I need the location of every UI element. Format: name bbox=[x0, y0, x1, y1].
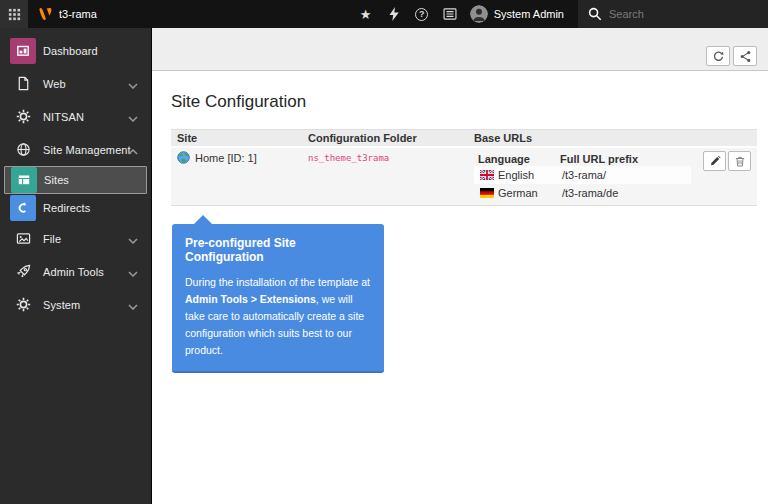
topbar-search bbox=[578, 0, 768, 28]
sidebar-label-redirects: Redirects bbox=[43, 202, 90, 214]
web-document-icon bbox=[10, 71, 36, 97]
language-row-german: German /t3-rama/de bbox=[474, 184, 691, 202]
sidebar-item-web[interactable]: Web bbox=[0, 67, 151, 100]
clear-cache-bolt-icon[interactable] bbox=[380, 0, 408, 28]
col-header-config-folder: Configuration Folder bbox=[302, 130, 468, 148]
sidebar-item-sites[interactable]: Sites bbox=[4, 166, 147, 194]
redirects-icon bbox=[10, 195, 36, 221]
backend-log-icon[interactable] bbox=[436, 0, 464, 28]
chevron-down-icon bbox=[128, 296, 138, 314]
sidebar-item-dashboard[interactable]: Dashboard bbox=[0, 34, 151, 67]
grid-dots-icon bbox=[7, 7, 22, 22]
chevron-down-icon bbox=[128, 75, 138, 93]
user-name[interactable]: System Admin bbox=[494, 8, 564, 20]
search-icon bbox=[588, 7, 602, 21]
sidebar-label-site-management: Site Management bbox=[43, 144, 131, 156]
user-avatar[interactable] bbox=[470, 5, 488, 23]
pencil-icon bbox=[709, 155, 721, 167]
rocket-icon bbox=[10, 259, 36, 285]
info-tooltip: Pre-configured Site Configuration During… bbox=[172, 224, 384, 373]
search-input[interactable] bbox=[609, 8, 749, 20]
module-content: Site Configuration Site Configuration Fo… bbox=[152, 28, 768, 504]
col-header-language: Language bbox=[474, 151, 556, 166]
sidebar-item-redirects[interactable]: Redirects bbox=[0, 194, 151, 222]
sidebar-label-dashboard: Dashboard bbox=[43, 45, 98, 57]
sidebar-label-system: System bbox=[43, 299, 80, 311]
file-image-icon bbox=[10, 226, 36, 252]
sidebar-label-nitsan: NITSAN bbox=[43, 111, 84, 123]
sidebar-label-web: Web bbox=[43, 78, 66, 90]
module-menu: Dashboard Web bbox=[0, 28, 152, 504]
share-button[interactable] bbox=[733, 46, 757, 66]
sidebar-label-file: File bbox=[43, 233, 61, 245]
chevron-up-icon bbox=[128, 141, 138, 159]
sidebar-label-admin-tools: Admin Tools bbox=[43, 266, 104, 278]
sidebar-item-admin-tools[interactable]: Admin Tools bbox=[0, 255, 151, 288]
page-title: Site Configuration bbox=[171, 92, 757, 112]
modules-grid-icon[interactable] bbox=[0, 0, 28, 28]
chevron-down-icon bbox=[128, 263, 138, 281]
top-bar: t3-rama ★ ? System Admin bbox=[0, 0, 768, 28]
sites-icon bbox=[11, 167, 37, 193]
tooltip-title: Pre-configured Site Configuration bbox=[185, 236, 371, 264]
site-configuration-table: Site Configuration Folder Base URLs bbox=[171, 129, 757, 206]
nitsan-gear-icon bbox=[10, 104, 36, 130]
sidebar-item-file[interactable]: File bbox=[0, 222, 151, 255]
flag-de-icon bbox=[480, 188, 494, 198]
url-prefix: /t3-rama/de bbox=[556, 184, 691, 202]
sidebar-item-system[interactable]: System bbox=[0, 288, 151, 321]
refresh-icon bbox=[712, 50, 725, 63]
base-urls-table: Language Full URL prefix bbox=[474, 151, 691, 202]
share-icon bbox=[739, 50, 752, 63]
chevron-down-icon bbox=[128, 108, 138, 126]
edit-site-button[interactable] bbox=[703, 151, 726, 171]
site-title[interactable]: Home [ID: 1] bbox=[195, 152, 257, 164]
reload-button[interactable] bbox=[706, 46, 730, 66]
chevron-down-icon bbox=[128, 230, 138, 248]
table-row: Home [ID: 1] ns_theme_t3rama Language bbox=[171, 147, 757, 206]
flag-uk-icon bbox=[480, 170, 494, 180]
dashboard-icon bbox=[10, 38, 36, 64]
col-header-url-prefix: Full URL prefix bbox=[556, 151, 691, 166]
sidebar-label-sites: Sites bbox=[44, 174, 69, 186]
col-header-base-urls: Base URLs bbox=[468, 130, 757, 148]
help-icon[interactable]: ? bbox=[408, 0, 436, 28]
language-row-english: English /t3-rama/ bbox=[474, 166, 691, 184]
globe-icon bbox=[10, 137, 36, 163]
brand[interactable]: t3-rama bbox=[37, 6, 97, 22]
language-name: German bbox=[498, 187, 538, 199]
delete-site-button[interactable] bbox=[728, 151, 751, 171]
sidebar-item-site-management[interactable]: Site Management bbox=[0, 133, 151, 166]
system-gear-icon bbox=[10, 292, 36, 318]
sidebar-item-nitsan[interactable]: NITSAN bbox=[0, 100, 151, 133]
bookmark-star-icon[interactable]: ★ bbox=[352, 0, 380, 28]
tooltip-arrow bbox=[194, 215, 212, 224]
tooltip-body: During the installation of the template … bbox=[185, 274, 371, 359]
config-folder-value: ns_theme_t3rama bbox=[308, 153, 389, 163]
url-prefix: /t3-rama/ bbox=[556, 166, 691, 184]
product-name: t3-rama bbox=[59, 8, 97, 20]
typo3-logo-icon bbox=[37, 6, 53, 22]
language-name: English bbox=[498, 169, 534, 181]
site-globe-icon bbox=[177, 151, 190, 164]
doc-header bbox=[152, 28, 768, 71]
trash-icon bbox=[734, 155, 746, 168]
col-header-site: Site bbox=[171, 130, 302, 148]
